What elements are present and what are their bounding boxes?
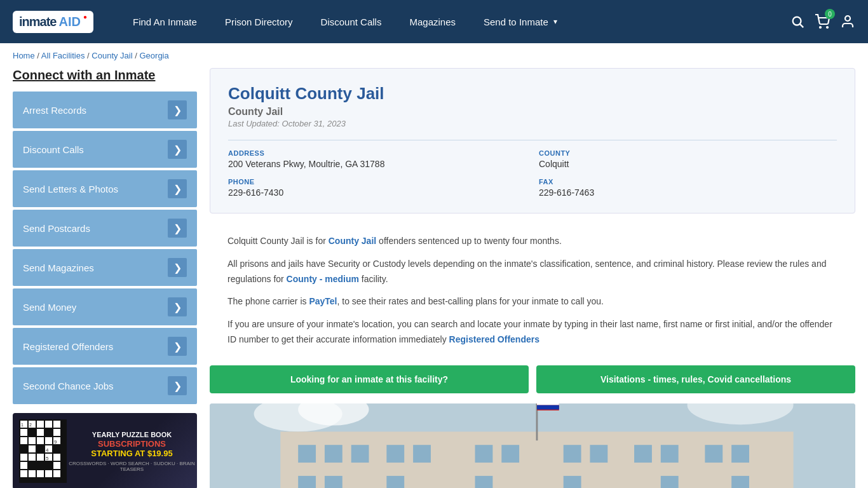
svg-rect-55 — [705, 445, 722, 463]
sidebar-item-send-money[interactable]: Send Money ❯ — [13, 288, 197, 325]
svg-rect-63 — [731, 476, 749, 488]
search-button[interactable] — [790, 15, 804, 29]
nav-icons: 0 — [790, 14, 855, 29]
svg-rect-61 — [564, 476, 581, 488]
svg-rect-57 — [298, 476, 316, 488]
cart-button[interactable]: 0 — [815, 14, 830, 29]
svg-text:2: 2 — [29, 423, 32, 427]
sidebar-arrow-icon: ❯ — [168, 219, 187, 238]
sidebar: Connect with an Inmate Arrest Records ❯ … — [13, 68, 197, 488]
svg-rect-53 — [634, 445, 652, 463]
address-label: ADDRESS — [228, 149, 526, 157]
nav-send-to-inmate[interactable]: Send to Inmate ▾ — [470, 0, 571, 43]
registered-offenders-link[interactable]: Registered Offenders — [449, 334, 539, 344]
sidebar-arrow-icon: ❯ — [168, 297, 187, 316]
svg-rect-48 — [413, 445, 431, 463]
sidebar-menu: Arrest Records ❯ Discount Calls ❯ Send L… — [13, 92, 197, 404]
svg-rect-23 — [37, 454, 44, 461]
address-block: ADDRESS 200 Veterans Pkwy, Moultrie, GA … — [228, 149, 526, 169]
svg-rect-84 — [537, 405, 559, 409]
svg-line-1 — [800, 24, 803, 27]
logo-aid: AID — [58, 15, 80, 29]
ad-subscriptions: SUBSCRIPTIONS — [67, 439, 197, 449]
paytel-link[interactable]: PayTel — [309, 296, 337, 306]
logo-dot: ● — [83, 13, 87, 20]
desc-para-3: The phone carrier is PayTel, to see thei… — [227, 294, 837, 309]
svg-rect-14 — [20, 437, 27, 444]
county-label: COUNTY — [539, 149, 837, 157]
svg-rect-21 — [20, 454, 27, 461]
sidebar-ad[interactable]: 1 2 4 9 5 YEARLY PUZZLE BOOK SUBSCRIPTIO… — [13, 413, 197, 488]
svg-point-0 — [793, 17, 801, 25]
sidebar-arrow-icon: ❯ — [168, 140, 187, 159]
svg-rect-56 — [731, 445, 749, 463]
nav-prison-directory[interactable]: Prison Directory — [211, 0, 307, 43]
logo-text: inmate — [19, 15, 56, 29]
svg-point-4 — [845, 16, 850, 21]
desc-para-4: If you are unsure of your inmate's locat… — [227, 317, 837, 348]
sidebar-item-registered-offenders[interactable]: Registered Offenders ❯ — [13, 328, 197, 365]
logo[interactable]: inmate AID ● — [13, 11, 93, 33]
svg-point-3 — [827, 27, 828, 28]
sidebar-item-send-letters[interactable]: Send Letters & Photos ❯ — [13, 170, 197, 207]
svg-rect-10 — [53, 421, 60, 428]
svg-rect-9 — [45, 421, 52, 428]
sidebar-item-send-postcards[interactable]: Send Postcards ❯ — [13, 210, 197, 247]
breadcrumb-home[interactable]: Home — [13, 51, 35, 60]
fax-block: FAX 229-616-7463 — [539, 178, 837, 198]
nav-links: Find An Inmate Prison Directory Discount… — [119, 0, 790, 43]
svg-rect-29 — [29, 470, 36, 477]
county-jail-link[interactable]: County Jail — [329, 236, 376, 246]
visitations-button[interactable]: Visitations - times, rules, Covid cancel… — [536, 365, 855, 393]
account-button[interactable] — [840, 14, 855, 29]
fax-label: FAX — [539, 178, 837, 186]
sidebar-item-second-chance-jobs[interactable]: Second Chance Jobs ❯ — [13, 367, 197, 404]
phone-label: PHONE — [228, 178, 526, 186]
action-buttons: Looking for an inmate at this facility? … — [210, 365, 855, 403]
sidebar-arrow-icon: ❯ — [168, 100, 187, 119]
sidebar-item-discount-calls[interactable]: Discount Calls ❯ — [13, 131, 197, 168]
svg-rect-44 — [298, 445, 316, 463]
svg-rect-16 — [37, 437, 44, 444]
navigation: inmate AID ● Find An Inmate Prison Direc… — [0, 0, 868, 43]
svg-text:1: 1 — [21, 423, 24, 427]
breadcrumb-georgia[interactable]: Georgia — [139, 51, 168, 60]
svg-rect-52 — [590, 445, 607, 463]
svg-rect-47 — [386, 445, 404, 463]
svg-rect-28 — [20, 470, 27, 477]
county-medium-link[interactable]: County - medium — [287, 274, 359, 284]
svg-rect-22 — [29, 454, 36, 461]
svg-rect-59 — [386, 476, 404, 488]
nav-find-inmate[interactable]: Find An Inmate — [119, 0, 211, 43]
phone-block: PHONE 229-616-7430 — [228, 178, 526, 198]
facility-image: COLQUITT COUNTY JAIL DO NOT — [210, 403, 855, 488]
svg-text:4: 4 — [46, 447, 49, 453]
county-block: COUNTY Colquitt — [539, 149, 837, 169]
facility-card: Colquitt County Jail County Jail Last Up… — [210, 68, 855, 214]
svg-rect-49 — [475, 445, 493, 463]
svg-rect-54 — [661, 445, 679, 463]
svg-rect-62 — [661, 476, 679, 488]
cart-badge: 0 — [825, 9, 835, 19]
svg-rect-31 — [45, 470, 52, 477]
breadcrumb: Home / All Facilities / County Jail / Ge… — [0, 43, 868, 68]
svg-rect-15 — [29, 437, 36, 444]
nav-magazines[interactable]: Magazines — [395, 0, 470, 43]
svg-rect-83 — [537, 403, 559, 405]
facility-type: County Jail — [228, 106, 837, 118]
sidebar-item-arrest-records[interactable]: Arrest Records ❯ — [13, 92, 197, 128]
svg-rect-60 — [475, 476, 493, 488]
svg-rect-30 — [37, 470, 44, 477]
find-inmate-button[interactable]: Looking for an inmate at this facility? — [210, 365, 529, 393]
svg-rect-25 — [53, 454, 60, 461]
crossword-graphic: 1 2 4 9 5 — [19, 419, 67, 483]
svg-rect-50 — [501, 445, 519, 463]
main-layout: Connect with an Inmate Arrest Records ❯ … — [0, 68, 868, 488]
svg-rect-19 — [29, 445, 36, 452]
sidebar-item-send-magazines[interactable]: Send Magazines ❯ — [13, 249, 197, 286]
nav-discount-calls[interactable]: Discount Calls — [307, 0, 396, 43]
address-value: 200 Veterans Pkwy, Moultrie, GA 31788 — [228, 159, 526, 169]
svg-rect-26 — [20, 462, 27, 469]
breadcrumb-all-facilities[interactable]: All Facilities — [41, 51, 85, 60]
breadcrumb-county-jail[interactable]: County Jail — [92, 51, 132, 60]
